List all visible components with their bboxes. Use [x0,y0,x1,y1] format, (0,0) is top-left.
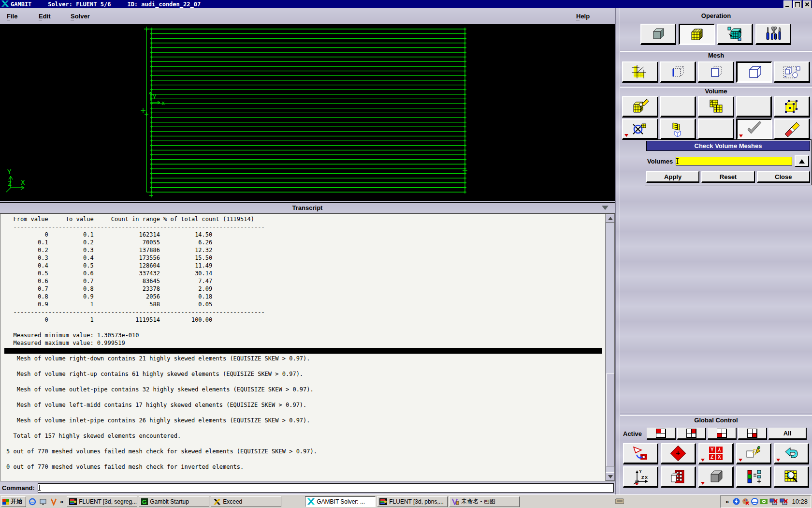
group-mesh-button[interactable] [774,61,810,83]
fluent-icon [379,498,387,505]
color-code-button[interactable] [736,466,771,488]
mesh-volume-button[interactable] [622,96,658,118]
keyboard-layout-icon[interactable] [615,497,624,506]
operation-buttons [640,24,791,45]
task-paint[interactable]: 未命名 - 画图 [449,496,520,507]
quadrant-2-button[interactable] [677,428,706,440]
close-dialog-button[interactable]: Close [757,171,810,183]
tray-lightning-icon[interactable] [733,498,740,505]
tray-ie-icon[interactable] [751,498,758,505]
transcript-line: 0.2 0.3 137886 12.32 [0,246,614,254]
task-fluent-pbns[interactable]: FLUENT [3d, pbns,... [377,496,448,507]
window-title-bar[interactable]: GAMBIT Solver: FLUENT 5/6 ID: audi_conde… [0,0,812,8]
transcript-line: Mesh of volume outlet-pipe contains 32 h… [0,386,614,393]
menu-help[interactable]: Help [576,13,601,20]
task-exceed[interactable]: Exceed [211,496,281,507]
undo-button[interactable] [774,443,809,464]
render-mode-button[interactable] [698,466,734,488]
menu-file[interactable]: File [7,13,32,20]
modify-lights-button[interactable] [736,443,771,464]
menu-edit[interactable]: Edit [39,13,64,20]
tray-nvidia-icon[interactable] [760,498,768,505]
zones-operation-button[interactable] [717,24,753,45]
volumes-input[interactable] [676,157,792,165]
window-title-solver: Solver: FLUENT 5/6 [48,1,111,8]
edge-mesh-button[interactable] [660,61,696,83]
quicklaunch-overflow-chevron[interactable]: » [60,498,63,505]
orient-model-icon [631,445,650,462]
apply-button[interactable]: Apply [646,171,699,183]
transcript-line: Measured minimum value: 1.30573e-010 [0,331,614,339]
unlink-volume-mesh-button[interactable] [660,119,696,140]
check-volume-mesh-button[interactable] [736,119,772,140]
tray-display-error-icon[interactable] [742,498,749,505]
delete-mesh-icon [782,120,801,137]
quadrant-3-button[interactable] [708,428,737,440]
tray-network-error-icon[interactable] [769,498,778,505]
transcript-scrollbar[interactable] [605,214,614,481]
transcript-lines: From value To value Count in range % of … [0,214,614,471]
quicklaunch-media-icon[interactable] [49,497,58,506]
task-gambit-active[interactable]: GAMBIT Solver: ... [305,496,376,507]
quadrant-4-button[interactable] [738,428,767,440]
taskbar-clock[interactable]: 10:28 [792,498,808,505]
axis-orient-button[interactable]: Y⅄ZX [698,443,734,464]
face-mesh-button[interactable] [698,61,734,83]
maximize-button[interactable] [793,0,802,8]
boundary-layer-mesh-button[interactable] [622,61,658,83]
tools-operation-button[interactable] [755,24,791,45]
geometry-operation-button[interactable] [640,24,676,45]
link-volume-mesh-button[interactable] [622,119,658,140]
orient-model-button[interactable] [623,443,658,464]
examine-mesh-button[interactable] [774,466,809,488]
shaded-cube-icon [706,468,725,485]
display-attributes-button[interactable] [661,466,696,488]
task-gambit-startup[interactable]: G Gambit Startup [139,496,209,507]
all-quadrants-button[interactable]: All [768,428,807,440]
reset-button[interactable]: Reset [701,171,754,183]
tray-network-error-icon-2[interactable] [780,498,788,505]
refine-volume-mesh-button[interactable] [774,96,810,118]
transcript-line: Mesh of volume left-midd contains 17 hig… [0,401,614,409]
window-title-app: GAMBIT [11,1,31,8]
dialog-title-bar[interactable]: Check Volume Meshes [646,141,810,151]
task-fluent-segregated[interactable]: FLUENT [3d, segreg... [67,496,137,507]
volumes-pick-button[interactable] [795,155,809,167]
mesh-volume-icon [630,98,650,115]
mesh-operation-button[interactable] [679,24,714,45]
close-button[interactable] [803,0,812,8]
scroll-up-icon [608,217,613,220]
axes-display-button[interactable]: YZX [623,466,658,488]
transcript-collapse-button[interactable] [599,204,611,211]
quicklaunch-desktop-icon[interactable] [39,497,47,506]
start-button[interactable]: 开始 [1,496,26,507]
tray-collapse-chevron[interactable]: « [725,498,729,505]
panel-divider[interactable] [615,8,620,494]
section-separator [620,414,812,416]
minimize-button[interactable] [783,0,792,8]
scroll-down-button[interactable] [606,472,615,481]
svg-text:Y: Y [710,447,714,452]
delete-volume-mesh-button[interactable] [774,119,810,140]
transcript-line [0,409,614,417]
svg-text:X: X [21,179,25,186]
volume-buttons-row1 [622,96,810,118]
menu-solver[interactable]: Solver [71,13,96,20]
graphics-viewport[interactable]: yxYZX [0,24,615,201]
quicklaunch-ie-icon[interactable] [28,497,37,506]
scroll-thumb[interactable] [606,374,614,466]
scroll-up-button[interactable] [606,214,615,223]
command-input[interactable] [38,483,614,493]
quadrant-1-button[interactable] [647,428,676,440]
svg-text:y: y [153,92,156,99]
operation-panel: Operation [620,8,812,494]
global-control-row2: YZX [623,466,809,488]
text-caret-icon [677,158,678,164]
menu-bar: File Edit Solver Help [0,8,615,25]
up-arrow-icon [799,159,805,164]
task-label: FLUENT [3d, pbns,... [389,498,444,505]
smooth-volume-mesh-button[interactable] [698,96,734,118]
fit-to-window-button[interactable] [661,443,696,464]
volume-mesh-button[interactable] [736,61,772,83]
transcript-body[interactable]: From value To value Count in range % of … [0,213,615,481]
